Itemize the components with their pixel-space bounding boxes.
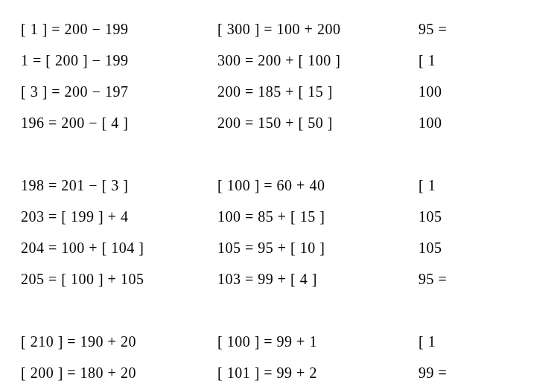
equation-cell: [ 1: [418, 326, 554, 357]
equation-cell: 105: [418, 232, 554, 263]
equation-cell: [ 1: [418, 45, 554, 76]
equation-cell: 198 = 201 − [ 3 ]: [21, 170, 217, 201]
equation-cell: 204 = 100 + [ 104 ]: [21, 232, 217, 263]
group-gap: [217, 138, 418, 170]
equation-cell: [ 210 ] = 190 + 20: [21, 326, 217, 357]
equation-cell: 100: [418, 76, 554, 107]
equation-cell: 1 = [ 200 ] − 199: [21, 45, 217, 76]
equation-cell: [ 100 ] = 60 + 40: [217, 170, 418, 201]
equation-cell: 95 =: [418, 263, 554, 295]
equation-cell: 99 =: [418, 357, 554, 388]
equation-cell: 95 =: [418, 13, 554, 45]
equation-cell: [ 101 ] = 99 + 2: [217, 357, 418, 388]
equation-cell: 105: [418, 201, 554, 232]
equation-cell: [ 200 ] = 180 + 20: [21, 357, 217, 388]
equation-cell: [ 3 ] = 200 − 197: [21, 76, 217, 107]
equation-cell: [ 1: [418, 170, 554, 201]
equation-cell: 203 = [ 199 ] + 4: [21, 201, 217, 232]
equation-cell: 196 = 200 − [ 4 ]: [21, 107, 217, 138]
equation-grid: [ 1 ] = 200 − 199 1 = [ 200 ] − 199 [ 3 …: [21, 13, 554, 388]
equation-cell: [ 1 ] = 200 − 199: [21, 13, 217, 45]
equation-cell: [ 300 ] = 100 + 200: [217, 13, 418, 45]
equation-cell: 105 = 95 + [ 10 ]: [217, 232, 418, 263]
equation-cell: 200 = 150 + [ 50 ]: [217, 107, 418, 138]
column-1: [ 1 ] = 200 − 199 1 = [ 200 ] − 199 [ 3 …: [21, 13, 217, 388]
equation-cell: 103 = 99 + [ 4 ]: [217, 263, 418, 295]
group-gap: [21, 138, 217, 170]
equation-cell: 100: [418, 107, 554, 138]
group-gap: [418, 138, 554, 170]
equation-cell: 200 = 185 + [ 15 ]: [217, 76, 418, 107]
group-gap: [21, 295, 217, 326]
group-gap: [418, 295, 554, 326]
column-2: [ 300 ] = 100 + 200 300 = 200 + [ 100 ] …: [217, 13, 418, 388]
equation-cell: [ 100 ] = 99 + 1: [217, 326, 418, 357]
column-3: 95 = [ 1 100 100 [ 1 105 105 95 = [ 1 99…: [418, 13, 554, 388]
equation-cell: 100 = 85 + [ 15 ]: [217, 201, 418, 232]
group-gap: [217, 295, 418, 326]
equation-cell: 205 = [ 100 ] + 105: [21, 263, 217, 295]
equation-cell: 300 = 200 + [ 100 ]: [217, 45, 418, 76]
